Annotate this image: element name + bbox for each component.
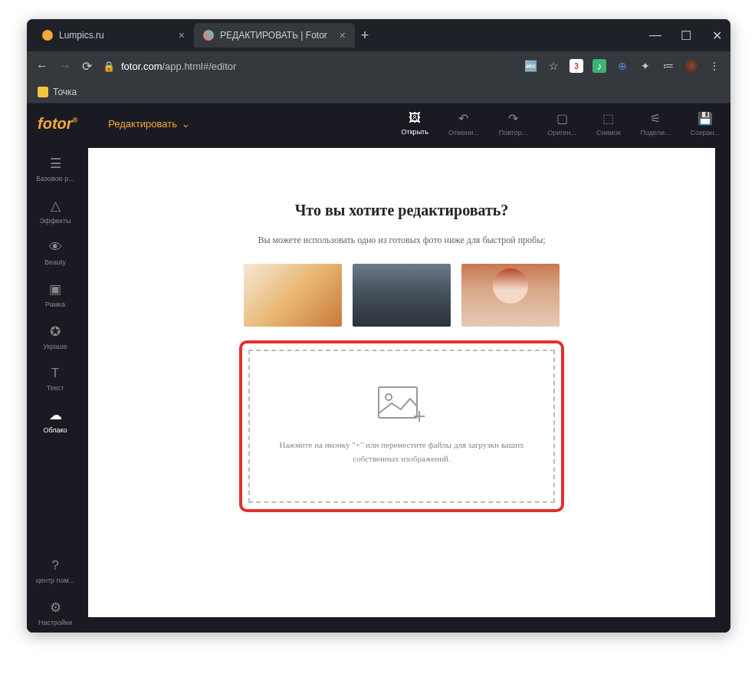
svg-rect-0 bbox=[379, 387, 417, 418]
url-path: /app.html#/editor bbox=[162, 61, 236, 72]
sidebar-help[interactable]: ?центр пом... bbox=[27, 552, 84, 590]
toolbar: 🖼Открыть ↶Отмени... ↷Повтор... ▢Ориген..… bbox=[402, 111, 720, 136]
puzzle-icon[interactable]: ✦ bbox=[638, 59, 652, 73]
tab-title: Lumpics.ru bbox=[59, 30, 104, 41]
star-icon: ✪ bbox=[50, 324, 61, 340]
bookmark-label: Точка bbox=[53, 87, 77, 97]
sample-image-3[interactable] bbox=[461, 264, 560, 327]
close-icon[interactable]: × bbox=[340, 29, 346, 41]
toolbar-save[interactable]: 💾Сохран... bbox=[691, 111, 720, 136]
camera-icon: ⬚ bbox=[602, 111, 614, 126]
text-icon: T bbox=[51, 366, 59, 381]
help-icon: ? bbox=[51, 558, 58, 573]
toolbar-redo[interactable]: ↷Повтор... bbox=[499, 111, 528, 136]
tab-lumpics[interactable]: Lumpics.ru × bbox=[33, 23, 194, 48]
edit-label: Редактировать bbox=[108, 118, 177, 130]
back-button[interactable]: ← bbox=[36, 59, 48, 73]
dropzone-highlight: Нажмите на иконку "+" или переместите фа… bbox=[239, 340, 564, 512]
chevron-down-icon: ⌄ bbox=[182, 118, 190, 130]
toolbar-share[interactable]: ⚟Подели... bbox=[641, 111, 671, 136]
sidebar-basic[interactable]: ☰Базовое р... bbox=[27, 150, 84, 189]
menu-icon[interactable]: ⋮ bbox=[707, 59, 721, 73]
redo-icon: ↷ bbox=[508, 111, 518, 126]
titlebar: Lumpics.ru × РЕДАКТИРОВАТЬ | Fotor × + —… bbox=[27, 19, 730, 51]
edit-dropdown[interactable]: Редактировать ⌄ bbox=[108, 118, 190, 130]
close-icon[interactable]: × bbox=[179, 29, 185, 41]
sidebar-beauty[interactable]: 👁Beauty bbox=[27, 234, 84, 272]
window-controls: — ☐ ✕ bbox=[648, 28, 724, 43]
browser-window: Lumpics.ru × РЕДАКТИРОВАТЬ | Fotor × + —… bbox=[27, 19, 730, 633]
ext-green-icon[interactable]: ♪ bbox=[593, 59, 606, 73]
bookmarks-bar: Точка bbox=[27, 81, 730, 104]
address-bar: ← → ⟳ 🔒 fotor.com/app.html#/editor 🔤 ☆ 3… bbox=[27, 51, 730, 81]
cloud-icon: ☁ bbox=[49, 407, 62, 423]
reader-icon[interactable]: ≔ bbox=[661, 59, 675, 73]
eye-icon: 👁 bbox=[49, 240, 62, 255]
dropzone-text: Нажмите на иконку "+" или переместите фа… bbox=[271, 439, 532, 465]
app-body: ☰Базовое р... △Эффекты 👁Beauty ▣Рамка ✪У… bbox=[27, 104, 730, 633]
sample-row bbox=[244, 264, 560, 327]
extensions: 🔤 ☆ 3 ♪ ⊕ ✦ ≔ ⋮ bbox=[524, 59, 721, 73]
effects-icon: △ bbox=[51, 198, 61, 214]
folder-icon bbox=[38, 87, 48, 97]
favicon-icon bbox=[42, 30, 53, 41]
svg-point-1 bbox=[386, 394, 392, 400]
minimize-button[interactable]: — bbox=[648, 28, 663, 43]
sidebar-cloud[interactable]: ☁Облако bbox=[27, 401, 84, 440]
bookmark-item[interactable]: Точка bbox=[38, 87, 77, 97]
maximize-button[interactable]: ☐ bbox=[678, 28, 694, 43]
tab-fotor[interactable]: РЕДАКТИРОВАТЬ | Fotor × bbox=[194, 23, 355, 48]
sidebar-settings[interactable]: ⚙Настройки bbox=[27, 593, 84, 633]
star-icon[interactable]: ☆ bbox=[547, 59, 560, 73]
page-title: Что вы хотите редактировать? bbox=[295, 202, 509, 219]
canvas: Что вы хотите редактировать? Вы можете и… bbox=[88, 148, 715, 617]
sidebar: ☰Базовое р... △Эффекты 👁Beauty ▣Рамка ✪У… bbox=[27, 104, 84, 633]
undo-icon: ↶ bbox=[458, 111, 468, 126]
toolbar-undo[interactable]: ↶Отмени... bbox=[448, 111, 479, 136]
save-icon: 💾 bbox=[698, 111, 713, 126]
ext-badge-icon[interactable]: 3 bbox=[570, 59, 583, 73]
sidebar-decorate[interactable]: ✪Украше bbox=[27, 317, 84, 357]
page-subtitle: Вы можете использовать одно из готовых ф… bbox=[258, 233, 545, 247]
url-field[interactable]: 🔒 fotor.com/app.html#/editor bbox=[103, 61, 513, 72]
url-host: fotor.com bbox=[121, 61, 162, 72]
logo[interactable]: fotor® bbox=[38, 115, 77, 133]
translate-icon[interactable]: 🔤 bbox=[524, 59, 537, 73]
image-plus-icon bbox=[378, 386, 425, 426]
share-icon: ⚟ bbox=[650, 111, 661, 126]
tab-title: РЕДАКТИРОВАТЬ | Fotor bbox=[220, 30, 327, 41]
upload-dropzone[interactable]: Нажмите на иконку "+" или переместите фа… bbox=[248, 350, 555, 503]
sample-image-2[interactable] bbox=[353, 264, 451, 327]
favicon-icon bbox=[203, 30, 214, 41]
toolbar-open[interactable]: 🖼Открыть bbox=[402, 111, 428, 136]
sample-image-1[interactable] bbox=[244, 264, 342, 327]
sidebar-effects[interactable]: △Эффекты bbox=[27, 192, 84, 231]
toolbar-snapshot[interactable]: ⬚Снимок bbox=[596, 111, 621, 136]
new-tab-button[interactable]: + bbox=[355, 25, 375, 45]
reload-button[interactable]: ⟳ bbox=[82, 59, 92, 74]
toolbar-original[interactable]: ▢Ориген... bbox=[547, 111, 576, 136]
image-icon: 🖼 bbox=[409, 111, 421, 125]
gear-icon: ⚙ bbox=[50, 600, 61, 616]
picture-icon: ▢ bbox=[556, 111, 568, 126]
app-header: fotor® Редактировать ⌄ 🖼Открыть ↶Отмени.… bbox=[27, 104, 730, 143]
avatar-icon[interactable] bbox=[684, 59, 698, 73]
sidebar-frame[interactable]: ▣Рамка bbox=[27, 275, 84, 314]
close-button[interactable]: ✕ bbox=[709, 28, 724, 43]
lock-icon: 🔒 bbox=[103, 61, 115, 72]
sliders-icon: ☰ bbox=[50, 156, 61, 172]
frame-icon: ▣ bbox=[49, 281, 61, 297]
ext-globe-icon[interactable]: ⊕ bbox=[615, 59, 629, 73]
forward-button[interactable]: → bbox=[59, 59, 71, 73]
sidebar-text[interactable]: TТекст bbox=[27, 360, 84, 398]
